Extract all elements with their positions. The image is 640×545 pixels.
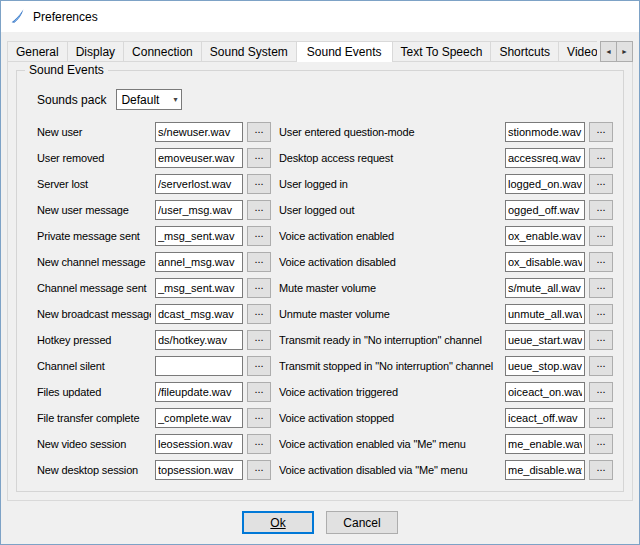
event-label: Channel message sent [37,282,151,294]
tab-scroller: ◄ ► [600,41,633,62]
sound-file-input[interactable] [505,408,585,428]
sound-event-row: Private message sent... [37,226,271,246]
tab-text-to-speech[interactable]: Text To Speech [392,41,492,62]
browse-button[interactable]: ... [247,460,271,480]
app-icon [9,8,26,25]
sound-event-row: User logged out... [279,200,613,220]
sound-file-input[interactable] [155,200,243,220]
tab-connection[interactable]: Connection [123,41,202,62]
events-grid: New user...User removed...Server lost...… [37,122,613,486]
browse-button[interactable]: ... [247,356,271,376]
browse-button[interactable]: ... [247,330,271,350]
browse-button[interactable]: ... [247,382,271,402]
event-label: New channel message [37,256,151,268]
browse-button[interactable]: ... [589,330,613,350]
sound-file-input[interactable] [505,252,585,272]
sound-file-input[interactable] [155,226,243,246]
cancel-button[interactable]: Cancel [326,511,398,534]
event-label: Private message sent [37,230,151,242]
tab-sound-system[interactable]: Sound System [201,41,297,62]
browse-button[interactable]: ... [589,174,613,194]
sound-file-input[interactable] [505,278,585,298]
sound-file-input[interactable] [505,356,585,376]
tab-display[interactable]: Display [67,41,124,62]
sound-file-input[interactable] [155,252,243,272]
browse-button[interactable]: ... [589,460,613,480]
tab-general[interactable]: General [7,41,68,62]
sound-event-row: New broadcast message... [37,304,271,324]
browse-button[interactable]: ... [247,304,271,324]
browse-button[interactable]: ... [247,252,271,272]
sound-file-input[interactable] [155,434,243,454]
browse-button[interactable]: ... [589,252,613,272]
sound-file-input[interactable] [505,330,585,350]
sound-event-row: Channel silent... [37,356,271,376]
sound-file-input[interactable] [155,382,243,402]
tab-bar: GeneralDisplayConnectionSound SystemSoun… [7,40,597,62]
sound-event-row: New desktop session... [37,460,271,480]
title-bar: Preferences [1,1,639,32]
sound-file-input[interactable] [155,356,243,376]
sound-event-row: Voice activation enabled via "Me" menu..… [279,434,613,454]
sound-file-input[interactable] [505,434,585,454]
sound-event-row: Desktop access request... [279,148,613,168]
browse-button[interactable]: ... [589,356,613,376]
sound-file-input[interactable] [505,226,585,246]
browse-button[interactable]: ... [589,408,613,428]
sound-file-input[interactable] [155,278,243,298]
tab-scroll-left-button[interactable]: ◄ [600,41,617,62]
browse-button[interactable]: ... [247,122,271,142]
ok-button[interactable]: Ok [242,511,314,534]
sounds-pack-select[interactable]: Default ▾ [116,89,182,110]
sound-file-input[interactable] [155,148,243,168]
browse-button[interactable]: ... [247,226,271,246]
sound-file-input[interactable] [155,174,243,194]
browse-button[interactable]: ... [589,278,613,298]
scroll-right-icon: ► [621,48,628,55]
sound-file-input[interactable] [155,330,243,350]
sound-file-input[interactable] [505,460,585,480]
event-label: User removed [37,152,151,164]
browse-button[interactable]: ... [247,434,271,454]
sound-file-input[interactable] [505,148,585,168]
sound-file-input[interactable] [505,304,585,324]
tab-sound-events[interactable]: Sound Events [296,41,393,62]
sound-file-input[interactable] [505,174,585,194]
sound-file-input[interactable] [155,460,243,480]
browse-button[interactable]: ... [589,122,613,142]
sounds-pack-row: Sounds pack Default ▾ [37,89,613,110]
event-label: Voice activation enabled via "Me" menu [279,438,501,450]
sound-event-row: File transfer complete... [37,408,271,428]
browse-button[interactable]: ... [589,226,613,246]
browse-button[interactable]: ... [247,278,271,298]
browse-button[interactable]: ... [589,200,613,220]
sounds-pack-selected-value: Default [121,93,159,107]
sound-event-row: Transmit ready in "No interruption" chan… [279,330,613,350]
sound-event-row: New user message... [37,200,271,220]
browse-button[interactable]: ... [589,148,613,168]
event-label: New user message [37,204,151,216]
sound-event-row: New video session... [37,434,271,454]
tab-video[interactable]: Video [558,41,597,62]
sound-file-input[interactable] [155,304,243,324]
sound-event-row: User entered question-mode... [279,122,613,142]
browse-button[interactable]: ... [589,434,613,454]
dialog-button-row: Ok Cancel [7,501,633,544]
event-label: Unmute master volume [279,308,501,320]
browse-button[interactable]: ... [589,304,613,324]
sound-file-input[interactable] [155,122,243,142]
browse-button[interactable]: ... [247,148,271,168]
event-label: Transmit stopped in "No interruption" ch… [279,360,501,372]
event-label: Voice activation stopped [279,412,501,424]
browse-button[interactable]: ... [247,408,271,428]
sound-event-row: Server lost... [37,174,271,194]
sound-file-input[interactable] [155,408,243,428]
sound-file-input[interactable] [505,382,585,402]
browse-button[interactable]: ... [589,382,613,402]
tab-scroll-right-button[interactable]: ► [616,41,633,62]
tab-shortcuts[interactable]: Shortcuts [490,41,559,62]
browse-button[interactable]: ... [247,200,271,220]
sound-file-input[interactable] [505,200,585,220]
sound-file-input[interactable] [505,122,585,142]
browse-button[interactable]: ... [247,174,271,194]
